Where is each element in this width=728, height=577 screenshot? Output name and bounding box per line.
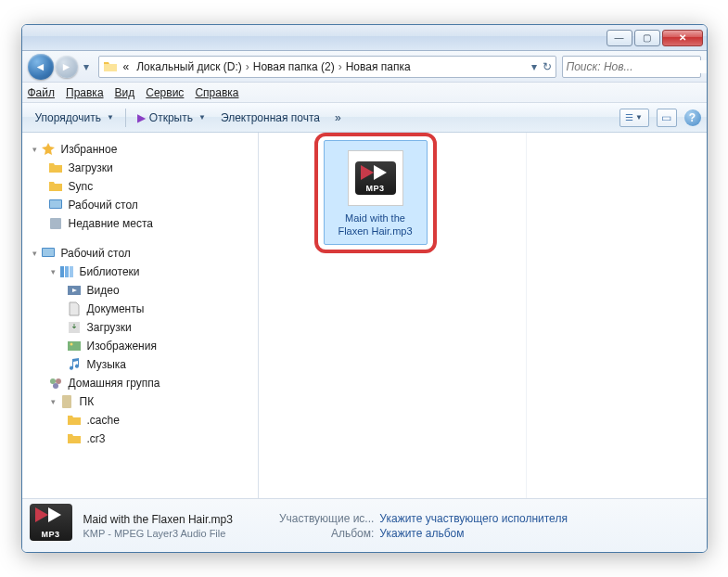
details-artist-label: Участвующие ис... [279, 512, 374, 525]
search-input[interactable] [567, 60, 707, 73]
svg-point-11 [70, 343, 72, 346]
details-album-label: Альбом: [279, 527, 374, 540]
tree-music[interactable]: Музыка [22, 355, 258, 374]
desktop-icon [41, 246, 56, 261]
breadcrumb-0[interactable]: Локальный диск (D:) [133, 60, 246, 73]
play-icon: ▶ [137, 111, 146, 124]
preview-pane [526, 133, 707, 498]
folder-icon [67, 431, 82, 446]
tree-desktop[interactable]: ▾Рабочий стол [22, 244, 258, 263]
search-box[interactable]: 🔍 [562, 56, 701, 78]
details-album-value[interactable]: Укажите альбом [379, 527, 568, 540]
tree-sync[interactable]: Sync [22, 177, 258, 196]
tree-favorites[interactable]: ▾Избранное [22, 140, 258, 159]
pc-icon [59, 394, 74, 409]
toolbar: Упорядочить▼ ▶Открыть▼ Электронная почта… [22, 103, 707, 133]
tree-video[interactable]: Видео [22, 281, 258, 300]
details-pane: MP3 Maid with the Flaxen Hair.mp3 KMP - … [22, 498, 707, 552]
pictures-icon [67, 339, 82, 353]
mp3-icon: MP3 [30, 504, 72, 541]
nav-history-dropdown[interactable]: ▾ [80, 56, 93, 78]
tree-recent[interactable]: Недавние места [22, 214, 258, 233]
breadcrumb-prefix: « [120, 60, 134, 73]
tree-homegroup[interactable]: Домашняя группа [22, 374, 258, 392]
svg-rect-1 [50, 200, 61, 208]
music-icon [67, 357, 82, 372]
breadcrumb-1[interactable]: Новая папка (2) [249, 60, 338, 73]
nav-tree: ▾Избранное Загрузки Sync Рабочий стол Не… [22, 133, 259, 498]
star-icon [41, 142, 56, 157]
organize-button[interactable]: Упорядочить▼ [28, 107, 121, 129]
file-name-label: Maid with the Flaxen Hair.mp3 [330, 212, 421, 238]
tree-libraries[interactable]: ▾Библиотеки [22, 263, 258, 281]
help-button[interactable]: ? [684, 109, 701, 126]
svg-rect-10 [68, 341, 81, 351]
folder-icon [48, 160, 63, 175]
svg-point-13 [56, 378, 61, 384]
address-dropdown-icon[interactable]: ▾ [531, 60, 537, 73]
preview-pane-button[interactable]: ▭ [657, 109, 677, 127]
menu-file[interactable]: Файл [28, 86, 56, 99]
file-thumbnail: MP3 [348, 150, 403, 206]
menu-tools[interactable]: Сервис [146, 86, 184, 99]
open-button[interactable]: ▶Открыть▼ [130, 107, 213, 129]
menubar: Файл Правка Вид Сервис Справка [22, 83, 707, 103]
folder-icon [103, 59, 118, 74]
file-item-selected[interactable]: MP3 Maid with the Flaxen Hair.mp3 [324, 140, 428, 245]
menu-edit[interactable]: Правка [66, 86, 104, 99]
body-area: ▾Избранное Загрузки Sync Рабочий стол Не… [22, 133, 707, 498]
download-icon [67, 320, 82, 335]
recent-icon [48, 216, 63, 231]
document-icon [67, 301, 82, 316]
folder-icon [67, 413, 82, 428]
menu-view[interactable]: Вид [115, 86, 135, 99]
details-artist-value[interactable]: Укажите участвующего исполнителя [379, 512, 568, 525]
tree-documents[interactable]: Документы [22, 300, 258, 318]
details-thumbnail: MP3 [30, 504, 74, 548]
svg-rect-4 [43, 249, 54, 256]
toolbar-overflow[interactable]: » [327, 107, 349, 129]
tree-cr3[interactable]: .cr3 [22, 430, 258, 448]
tree-pictures[interactable]: Изображения [22, 337, 258, 355]
search-icon[interactable]: 🔍 [707, 60, 708, 73]
svg-rect-2 [50, 218, 61, 229]
forward-button[interactable]: ► [56, 56, 78, 78]
svg-point-12 [50, 378, 56, 384]
svg-rect-7 [70, 266, 73, 277]
back-button[interactable]: ◄ [28, 54, 54, 80]
address-bar[interactable]: « Локальный диск (D:) › Новая папка (2) … [98, 56, 556, 78]
homegroup-icon [48, 376, 63, 391]
tree-pc[interactable]: ▾ПК [22, 392, 258, 411]
tree-desktop-fav[interactable]: Рабочий стол [22, 196, 258, 214]
libraries-icon [59, 264, 74, 279]
breadcrumb-2[interactable]: Новая папка [342, 60, 415, 73]
view-mode-button[interactable]: ☰▼ [619, 109, 649, 127]
explorer-window: — ▢ ✕ ◄ ► ▾ « Локальный диск (D:) › Нова… [21, 24, 708, 553]
tree-cache[interactable]: .cache [22, 411, 258, 430]
svg-rect-6 [65, 266, 69, 277]
svg-rect-5 [60, 266, 64, 277]
titlebar: — ▢ ✕ [22, 25, 707, 51]
details-filetype: KMP - MPEG Layer3 Audio File [83, 528, 233, 539]
menu-help[interactable]: Справка [195, 86, 238, 99]
maximize-button[interactable]: ▢ [634, 30, 660, 46]
video-icon [67, 283, 82, 298]
minimize-button[interactable]: — [607, 30, 632, 46]
file-list[interactable]: MP3 Maid with the Flaxen Hair.mp3 [259, 133, 526, 498]
details-filename: Maid with the Flaxen Hair.mp3 [83, 513, 233, 526]
folder-icon [48, 179, 63, 194]
desktop-icon [48, 198, 63, 212]
tree-downloads[interactable]: Загрузки [22, 159, 258, 177]
svg-rect-15 [62, 395, 71, 408]
refresh-icon[interactable]: ↻ [543, 60, 552, 73]
svg-point-14 [53, 383, 58, 389]
navbar: ◄ ► ▾ « Локальный диск (D:) › Новая папк… [22, 51, 707, 83]
tree-downloads-lib[interactable]: Загрузки [22, 318, 258, 337]
email-button[interactable]: Электронная почта [213, 107, 327, 129]
mp3-icon: MP3 [355, 161, 396, 195]
close-button[interactable]: ✕ [662, 30, 703, 46]
